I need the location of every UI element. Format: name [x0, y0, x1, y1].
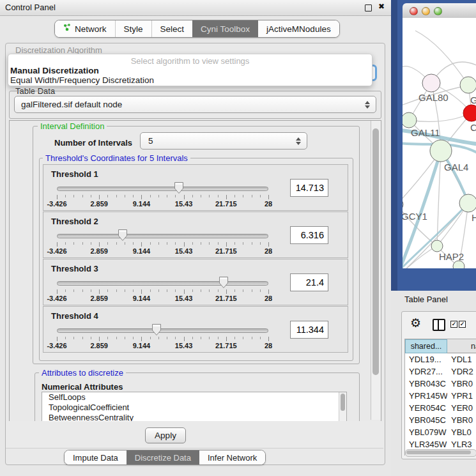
network-node[interactable] — [459, 194, 476, 212]
table-row[interactable]: YBR043CYBR0 — [405, 378, 476, 390]
threshold-panel: Threshold 2-3.4262.8599.14415.4321.71528 — [43, 211, 348, 258]
network-canvas[interactable]: GAL80GACGAL11GAL4GCY1HHAP2 — [403, 18, 476, 268]
table-cell: YBR045C — [405, 414, 447, 426]
tab-jactivemnodules[interactable]: jActiveMNodules — [258, 20, 339, 37]
network-node[interactable] — [463, 105, 476, 121]
major-tick — [57, 289, 58, 294]
algorithm-dropdown-popup: Select algorithm to view settings Manual… — [8, 54, 372, 86]
threshold-value-input[interactable] — [290, 321, 328, 339]
node-label: GAL80 — [418, 92, 449, 103]
table-row[interactable]: YBR045CYBR0 — [405, 414, 476, 426]
network-node[interactable] — [430, 140, 452, 162]
threshold-slider[interactable]: -3.4262.8599.14415.4321.71528 — [57, 307, 268, 353]
gear-icon[interactable]: ⚙ — [410, 316, 421, 330]
float-window-icon[interactable] — [365, 4, 372, 12]
scrollbar-thumb[interactable] — [372, 128, 379, 375]
major-tick — [141, 289, 142, 294]
tick-label: 15.43 — [175, 247, 193, 255]
split-columns-icon[interactable] — [433, 319, 445, 331]
node-label: GCY1 — [403, 211, 427, 222]
settings-scroll-panel: Interval Definition Number of Intervals … — [9, 120, 381, 422]
window-frame-shadow — [391, 0, 397, 291]
tab-impute-data[interactable]: Impute Data — [65, 450, 127, 464]
slider-track[interactable] — [57, 328, 268, 333]
threshold-slider[interactable]: -3.4262.8599.14415.4321.71528 — [57, 259, 268, 306]
checkbox-icon[interactable]: ✓ — [450, 321, 457, 328]
tab-style[interactable]: Style — [115, 20, 151, 37]
slider-track[interactable] — [57, 281, 268, 286]
attribute-list-item[interactable]: TopologicalCoefficient — [42, 403, 346, 413]
major-tick — [141, 337, 142, 341]
apply-button[interactable]: Apply — [145, 427, 186, 443]
tick-label: 15.43 — [175, 295, 193, 302]
table-row[interactable]: YDR27...YDR2 — [405, 365, 476, 378]
threshold-slider[interactable]: -3.4262.8599.14415.4321.71528 — [57, 212, 268, 259]
tick-label: -3.426 — [47, 200, 66, 208]
table-column-header[interactable]: na — [447, 339, 476, 353]
node-label: GAL11 — [411, 127, 440, 138]
tab-cyni-toolbox[interactable]: Cyni Toolbox — [192, 20, 258, 37]
threshold-slider[interactable]: -3.4262.8599.14415.4321.71528 — [57, 165, 268, 211]
number-of-intervals-value: 5 — [141, 136, 295, 146]
table-row[interactable]: YDL19...YDL1 — [405, 353, 476, 365]
table-horizontal-scrollbar[interactable] — [405, 449, 476, 457]
stepper-arrows-icon — [295, 137, 301, 145]
minimize-traffic-light-icon[interactable] — [422, 7, 430, 15]
slider-thumb[interactable] — [174, 181, 184, 194]
network-node[interactable] — [460, 77, 476, 93]
panel-title: Control Panel — [5, 3, 56, 12]
tab-label: Style — [124, 24, 143, 34]
major-tick — [184, 195, 185, 199]
slider-thumb[interactable] — [219, 276, 229, 289]
threshold-value-input[interactable] — [290, 273, 328, 291]
table-row[interactable]: YBL079WYBL0 — [405, 426, 476, 438]
tick-label: 21.715 — [215, 200, 237, 208]
network-icon — [63, 24, 72, 34]
threshold-panel: Threshold 4-3.4262.8599.14415.4321.71528 — [43, 306, 348, 353]
number-of-intervals-combobox[interactable]: 5 — [140, 132, 307, 150]
threshold-value-input[interactable] — [290, 226, 328, 244]
major-tick — [268, 337, 269, 341]
major-tick — [99, 195, 100, 199]
algorithm-option[interactable]: Equal Width/Frequency Discretization — [8, 75, 372, 85]
table-column-header[interactable]: shared... — [405, 339, 447, 353]
network-node[interactable] — [403, 112, 417, 128]
network-node[interactable] — [422, 74, 440, 92]
attribute-list-item[interactable]: BetweennessCentrality — [42, 413, 346, 422]
attribute-list-item[interactable]: SelfLoops — [42, 392, 346, 403]
close-icon[interactable]: ✖ — [378, 2, 385, 11]
network-node[interactable] — [403, 198, 403, 211]
tick-label: 28 — [265, 342, 272, 349]
numerical-attributes-list[interactable]: SelfLoopsTopologicalCoefficientBetweenne… — [42, 392, 347, 422]
tab-infer-network[interactable]: Infer Network — [199, 450, 265, 464]
network-edge[interactable] — [415, 31, 468, 85]
tab-network[interactable]: Network — [55, 20, 115, 37]
zoom-traffic-light-icon[interactable] — [434, 7, 442, 15]
slider-track[interactable] — [57, 187, 268, 191]
attributes-scrollbar[interactable] — [339, 392, 346, 422]
number-of-intervals-label: Number of Intervals — [54, 138, 132, 148]
tab-label: Discretize Data — [135, 453, 191, 463]
network-edge[interactable] — [409, 113, 472, 121]
tab-label: Cyni Toolbox — [201, 24, 250, 34]
tick-label: 21.715 — [215, 247, 237, 255]
tick-label: 9.144 — [133, 247, 151, 255]
slider-track[interactable] — [57, 234, 268, 238]
table-row[interactable]: YPR145WYPR1 — [405, 390, 476, 402]
table-cell: YBR0 — [447, 378, 476, 390]
algorithm-option[interactable]: Manual Discretization — [8, 66, 372, 75]
tab-select[interactable]: Select — [151, 20, 193, 37]
tab-discretize-data[interactable]: Discretize Data — [127, 450, 199, 464]
slider-thumb[interactable] — [118, 229, 128, 242]
panel-scrollbar[interactable] — [371, 121, 381, 420]
table-row[interactable]: YER054CYER0 — [405, 402, 476, 414]
tick-label: -3.426 — [47, 342, 66, 349]
major-tick — [184, 242, 185, 247]
network-node[interactable] — [431, 240, 443, 252]
table-data-combobox[interactable]: galFiltered.sif default node — [14, 96, 376, 113]
checkbox-icon[interactable]: ✓ — [459, 321, 466, 328]
close-traffic-light-icon[interactable] — [410, 7, 418, 15]
threshold-value-input[interactable] — [290, 179, 328, 197]
major-tick — [268, 242, 269, 247]
slider-thumb[interactable] — [151, 323, 162, 336]
